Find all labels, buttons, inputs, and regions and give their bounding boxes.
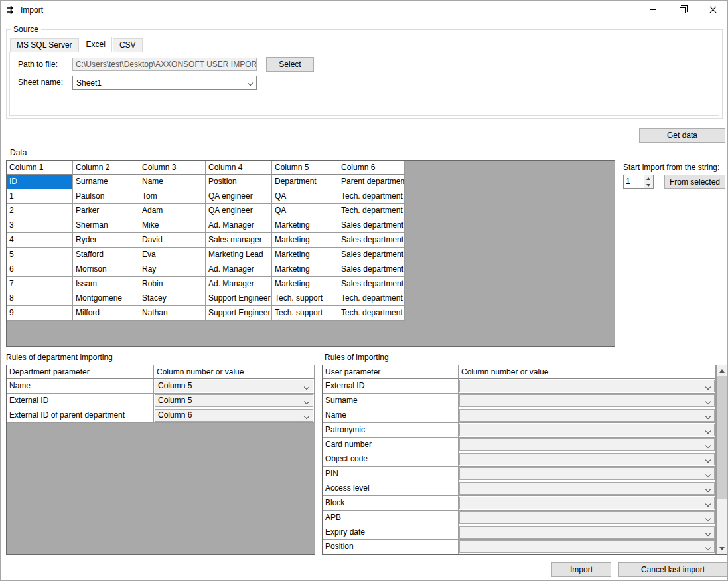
data-cell[interactable]: Montgomerie: [73, 291, 139, 306]
column-select-dropdown[interactable]: Column 5: [155, 394, 313, 407]
data-cell[interactable]: Ryder: [73, 233, 139, 248]
column-header[interactable]: Column 5: [272, 161, 338, 175]
column-select-dropdown[interactable]: [459, 497, 715, 509]
maximize-button[interactable]: [668, 1, 697, 19]
tab-csv[interactable]: CSV: [113, 38, 143, 52]
from-selected-button[interactable]: From selected: [664, 175, 725, 189]
data-cell[interactable]: Tech. department: [338, 291, 405, 306]
select-file-button[interactable]: Select: [266, 57, 314, 72]
column-header-column-number-or-value[interactable]: Column number or value: [154, 365, 315, 379]
column-select-dropdown[interactable]: [459, 424, 715, 436]
data-cell[interactable]: Support Engineer: [206, 291, 272, 306]
data-cell[interactable]: 8: [7, 291, 73, 306]
data-cell[interactable]: Sales department: [338, 248, 405, 262]
data-cell[interactable]: 5: [7, 248, 73, 262]
column-select-dropdown[interactable]: [459, 511, 715, 524]
data-cell[interactable]: Surname: [73, 175, 139, 189]
column-select-dropdown[interactable]: [459, 394, 715, 407]
data-cell[interactable]: Sales department: [338, 233, 405, 248]
data-cell[interactable]: 3: [7, 218, 73, 233]
data-cell[interactable]: Tech. department: [338, 306, 405, 321]
get-data-button[interactable]: Get data: [639, 128, 725, 143]
data-cell[interactable]: Ad. Manager: [206, 218, 272, 233]
data-cell[interactable]: Marketing: [272, 262, 338, 277]
column-select-dropdown[interactable]: [459, 482, 715, 495]
data-cell[interactable]: Tech. department: [338, 189, 405, 204]
data-cell[interactable]: Tech. department: [338, 204, 405, 218]
data-cell[interactable]: 9: [7, 306, 73, 321]
data-cell[interactable]: Parent department: [338, 175, 405, 189]
data-cell[interactable]: Mike: [139, 218, 206, 233]
data-cell[interactable]: Parker: [73, 204, 139, 218]
scroll-up-button[interactable]: [717, 365, 727, 376]
data-cell[interactable]: Sales department: [338, 262, 405, 277]
start-row-spinner[interactable]: 1: [623, 175, 654, 189]
minimize-button[interactable]: [638, 1, 668, 19]
data-cell[interactable]: Ad. Manager: [206, 262, 272, 277]
data-cell[interactable]: Marketing: [272, 277, 338, 291]
data-cell[interactable]: Sales department: [338, 277, 405, 291]
vertical-scrollbar[interactable]: [716, 365, 727, 554]
data-cell[interactable]: Milford: [73, 306, 139, 321]
data-cell[interactable]: Name: [139, 175, 206, 189]
import-button[interactable]: Import: [551, 562, 611, 577]
spinner-down-button[interactable]: [644, 182, 653, 189]
data-cell[interactable]: Marketing: [272, 248, 338, 262]
data-cell[interactable]: 2: [7, 204, 73, 218]
spinner-up-button[interactable]: [644, 175, 653, 182]
data-cell[interactable]: David: [139, 233, 206, 248]
data-cell[interactable]: Marketing Lead: [206, 248, 272, 262]
column-select-dropdown[interactable]: [459, 453, 715, 465]
data-cell[interactable]: Sales department: [338, 218, 405, 233]
data-cell[interactable]: Robin: [139, 277, 206, 291]
data-cell[interactable]: QA engineer: [206, 189, 272, 204]
data-cell[interactable]: Tech. support: [272, 291, 338, 306]
data-cell[interactable]: 7: [7, 277, 73, 291]
file-path-input[interactable]: C:\Users\test\Desktop\AXXONSOFT USER IMP…: [72, 58, 257, 71]
data-cell[interactable]: ID: [7, 175, 73, 189]
data-cell[interactable]: Support Engineer: [206, 306, 272, 321]
data-cell[interactable]: Paulson: [73, 189, 139, 204]
data-cell[interactable]: Marketing: [272, 233, 338, 248]
column-header[interactable]: Column 4: [206, 161, 272, 175]
data-cell[interactable]: Eva: [139, 248, 206, 262]
column-select-dropdown[interactable]: [459, 409, 715, 422]
data-cell[interactable]: 1: [7, 189, 73, 204]
data-cell[interactable]: QA engineer: [206, 204, 272, 218]
data-cell[interactable]: Tech. support: [272, 306, 338, 321]
column-select-dropdown[interactable]: [459, 438, 715, 451]
data-cell[interactable]: 6: [7, 262, 73, 277]
data-cell[interactable]: Sherman: [73, 218, 139, 233]
data-cell[interactable]: 4: [7, 233, 73, 248]
data-cell[interactable]: Tom: [139, 189, 206, 204]
scroll-thumb[interactable]: [717, 376, 727, 499]
column-header-user-parameter[interactable]: User parameter: [323, 365, 459, 379]
data-cell[interactable]: Ray: [139, 262, 206, 277]
column-header[interactable]: Column 6: [338, 161, 405, 175]
data-cell[interactable]: Marketing: [272, 218, 338, 233]
close-button[interactable]: [697, 1, 727, 19]
column-select-dropdown[interactable]: [459, 467, 715, 480]
column-header[interactable]: Column 1: [7, 161, 73, 175]
column-header-department-parameter[interactable]: Department parameter: [7, 365, 154, 379]
scroll-down-button[interactable]: [717, 543, 727, 554]
column-header-column-number-or-value[interactable]: Column number or value: [459, 365, 716, 379]
data-cell[interactable]: Stacey: [139, 291, 206, 306]
tab-ms-sql-server[interactable]: MS SQL Server: [10, 38, 79, 52]
data-cell[interactable]: Position: [206, 175, 272, 189]
data-cell[interactable]: Nathan: [139, 306, 206, 321]
data-cell[interactable]: Adam: [139, 204, 206, 218]
column-select-dropdown[interactable]: [459, 380, 715, 392]
data-cell[interactable]: Sales manager: [206, 233, 272, 248]
column-select-dropdown[interactable]: [459, 526, 715, 539]
data-cell[interactable]: Stafford: [73, 248, 139, 262]
column-header[interactable]: Column 3: [139, 161, 206, 175]
data-cell[interactable]: QA: [272, 189, 338, 204]
column-header[interactable]: Column 2: [73, 161, 139, 175]
column-select-dropdown[interactable]: [459, 540, 715, 553]
data-cell[interactable]: Issam: [73, 277, 139, 291]
sheet-name-select[interactable]: Sheet1: [72, 76, 257, 90]
cancel-last-import-button[interactable]: Cancel last import: [618, 562, 728, 577]
data-cell[interactable]: Morrison: [73, 262, 139, 277]
column-select-dropdown[interactable]: Column 6: [155, 409, 313, 422]
